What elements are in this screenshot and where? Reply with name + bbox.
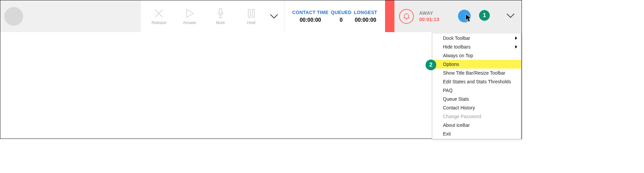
stat-label: CONTACT TIME (292, 10, 329, 15)
left-panel (0, 0, 141, 32)
menu-item-label: Exit (443, 131, 451, 137)
menu-options[interactable]: Options (432, 60, 521, 69)
menu-item-label: Options (443, 62, 459, 67)
menu-item-label: Change Password (443, 114, 481, 119)
menu-paq[interactable]: PAQ (432, 86, 521, 95)
stat-label: QUEUED (331, 10, 352, 15)
release-button[interactable]: Release (144, 3, 174, 30)
submenu-arrow-icon (515, 45, 518, 49)
menu-dock-toolbar[interactable]: Dock Toolbar (432, 34, 521, 42)
avatar[interactable] (4, 7, 23, 26)
mute-label: Mute (216, 20, 225, 25)
stat-longest: LONGEST 00:00:00 (354, 10, 377, 23)
menu-exit[interactable]: Exit (432, 129, 521, 138)
mute-icon (215, 8, 226, 19)
svg-rect-2 (252, 9, 254, 17)
hold-icon (246, 8, 257, 19)
annotation-badge-2: 2 (426, 60, 436, 70)
stat-value: 00:00:00 (355, 17, 376, 23)
menu-edit-states[interactable]: Edit States and Stats Thresholds (432, 77, 521, 86)
answer-button[interactable]: Answer (174, 3, 205, 30)
stats-panel: CONTACT TIME 00:00:00 QUEUED 0 LONGEST 0… (284, 0, 385, 32)
menu-queue-stats[interactable]: Queue Stats (432, 95, 521, 103)
mute-button[interactable]: Mute (205, 3, 236, 30)
menu-change-password: Change Password (432, 112, 521, 121)
chevron-down-icon (506, 13, 515, 18)
menu-item-label: Show Title Bar/Resize Toolbar (443, 70, 505, 76)
submenu-arrow-icon (515, 36, 518, 40)
actions-dropdown[interactable] (267, 14, 281, 19)
annotation-badge-1: 1 (479, 10, 490, 21)
stat-value: 0 (340, 17, 343, 23)
menu-item-label: PAQ (443, 88, 453, 93)
status-panel: AWAY 00:01:13 (394, 0, 522, 32)
status-text: AWAY 00:01:13 (419, 10, 439, 22)
menu-show-title-bar[interactable]: Show Title Bar/Resize Toolbar (432, 69, 521, 77)
chevron-down-icon (270, 14, 278, 19)
menu-always-on-top[interactable]: Always on Top (432, 51, 521, 60)
menu-item-label: About iceBar (443, 122, 470, 128)
menu-about[interactable]: About iceBar (432, 121, 521, 129)
status-label: AWAY (419, 10, 439, 16)
menu-item-label: Hide toolbars (443, 44, 471, 50)
hold-button[interactable]: Hold (236, 3, 267, 30)
menu-item-label: Contact History (443, 105, 475, 110)
stat-queued: QUEUED 0 (331, 10, 352, 23)
status-time: 00:01:13 (419, 16, 439, 22)
menu-item-label: Edit States and Stats Thresholds (443, 79, 511, 84)
menu-item-label: Dock Toolbar (443, 35, 470, 41)
svg-rect-1 (248, 9, 250, 17)
stat-contact-time: CONTACT TIME 00:00:00 (292, 10, 329, 23)
menu-contact-history[interactable]: Contact History (432, 103, 521, 112)
svg-rect-0 (219, 8, 222, 14)
cursor-icon (465, 14, 472, 22)
menu-item-label: Queue Stats (443, 96, 469, 102)
app-window: Release Answer Mute Hold (0, 0, 522, 139)
menu-hide-toolbars[interactable]: Hide toolbars (432, 42, 521, 51)
stat-value: 00:00:00 (300, 17, 321, 23)
toolbar: Release Answer Mute Hold (0, 0, 522, 32)
hold-label: Hold (247, 20, 256, 25)
actions-panel: Release Answer Mute Hold (141, 0, 284, 32)
menu-item-label: Always on Top (443, 53, 473, 58)
answer-icon (184, 8, 195, 19)
stat-label: LONGEST (354, 10, 377, 15)
status-dropdown[interactable] (506, 13, 515, 18)
release-icon (153, 8, 165, 19)
answer-label: Answer (183, 20, 196, 25)
status-bell-icon[interactable] (399, 9, 414, 24)
context-menu: Dock Toolbar Hide toolbars Always on Top… (432, 33, 521, 139)
release-label: Release (152, 20, 166, 25)
alert-strip (385, 0, 394, 32)
